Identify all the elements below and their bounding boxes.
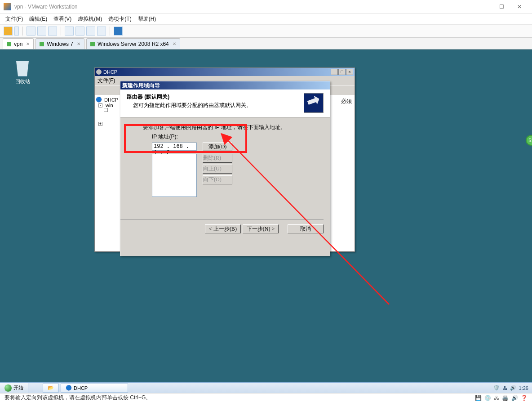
dhcp-window-icon [96,69,102,75]
taskbar-app-dhcp[interactable]: 🔵 DHCP [61,384,128,393]
wizard-header: 路由器 (默认网关) 您可为指定此作用域要分配的路由器或默认网关。 [120,89,330,117]
wizard-heading: 路由器 (默认网关) [127,94,169,100]
toolbar-separator [110,27,110,36]
vmware-logo-icon [4,3,11,10]
menu-help[interactable]: 帮助(H) [138,15,156,23]
vm-running-icon [90,42,95,46]
tree-node-dhcp[interactable]: 🔵 DHCP [96,97,120,103]
dhcp-window-controls: _ □ × [331,69,353,75]
dhcp-close-button[interactable]: × [346,69,353,75]
close-button[interactable]: ✕ [510,0,528,13]
vmware-status-text: 要将输入定向到该虚拟机，请在虚拟机内部单击或按 Ctrl+G。 [4,394,151,402]
vm-tab-label: Windows Server 2008 R2 x64 [98,41,169,47]
move-down-button[interactable]: 向下(O) [203,175,232,184]
start-button[interactable]: 开始 [0,383,28,393]
toolbar-icon-1[interactable] [27,27,35,36]
toolbar-power-icon[interactable] [4,27,13,36]
toolbar-separator [22,27,23,36]
recycle-bin-icon [13,58,31,76]
taskbar-quicklaunch[interactable]: 📂 [43,384,59,393]
vm-tab-win7[interactable]: Windows 7 ✕ [35,38,84,49]
toolbar-icon-6[interactable] [86,27,95,36]
vm-running-icon [40,42,44,46]
dhcp-titlebar[interactable]: DHCP _ □ × [95,68,355,76]
back-button[interactable]: < 上一步(B) [205,224,241,233]
menu-view[interactable]: 查看(V) [53,15,71,23]
dhcp-maximize-button[interactable]: □ [338,69,346,75]
toolbar-icon-4[interactable] [65,27,74,36]
vmware-menubar: 文件(F) 编辑(E) 查看(V) 虚拟机(M) 选项卡(T) 帮助(H) [0,13,532,24]
minimize-button[interactable]: — [474,0,492,13]
system-tray[interactable]: 🛡️ 🖧 🔊 1:26 [490,385,532,391]
status-device-icon[interactable]: 💿 [484,395,491,401]
vm-tabs: vpn ✕ Windows 7 ✕ Windows Server 2008 R2… [0,38,532,49]
dhcp-right-text: 必须 [341,98,352,105]
toolbar-icon-5[interactable] [75,27,84,36]
remove-button[interactable]: 删除(R) [203,154,232,163]
toolbar-icon-2[interactable] [37,27,46,36]
toolbar-separator [61,27,61,36]
tab-close-icon[interactable]: ✕ [77,41,80,46]
tree-node-child[interactable]: - [104,108,120,112]
vm-tab-ws2008[interactable]: Windows Server 2008 R2 x64 ✕ [86,38,180,49]
next-button[interactable]: 下一步(N) > [243,224,279,233]
wizard-footer: < 上一步(B) 下一步(N) > 取消 [120,219,324,233]
vmware-title: vpn - VMware Workstation [14,4,474,10]
tray-icon[interactable]: 🛡️ [493,385,500,391]
dhcp-window-title: DHCP [103,69,331,75]
toolbar-dropdown-icon[interactable] [14,27,19,36]
guest-desktop[interactable]: 回收站 DHCP _ □ × 文件(F) 🔵 DHCP - win - + 必须 [0,49,532,393]
tray-clock[interactable]: 1:26 [519,385,528,391]
status-device-icon[interactable]: 🖨️ [502,395,509,401]
wizard-subheading: 您可为指定此作用域要分配的路由器或默认网关。 [133,102,252,109]
toolbar-icon-3[interactable] [48,27,57,36]
maximize-button[interactable]: ☐ [492,0,510,13]
start-label: 开始 [13,384,23,391]
vm-tab-label: vpn [14,41,22,47]
status-help-icon[interactable]: ❓ [521,395,528,401]
dhcp-minimize-button[interactable]: _ [331,69,338,75]
menu-edit[interactable]: 编辑(E) [29,15,47,23]
recycle-bin-label: 回收站 [9,78,36,85]
toolbar-icon-7[interactable] [97,27,106,36]
vmware-statusbar: 要将输入定向到该虚拟机，请在虚拟机内部单击或按 Ctrl+G。 💾 💿 🖧 🖨️… [0,393,532,402]
tree-node-collapsed[interactable]: + [98,121,120,126]
wizard-header-icon [304,93,324,113]
dhcp-menu-file[interactable]: 文件(F) [98,77,115,85]
menu-tabs[interactable]: 选项卡(T) [108,15,131,23]
status-device-icon[interactable]: 🖧 [494,395,499,401]
wizard-dialog[interactable]: 新建作用域向导 路由器 (默认网关) 您可为指定此作用域要分配的路由器或默认网关… [120,81,330,256]
vmware-toolbar [0,24,532,38]
vm-tab-label: Windows 7 [47,41,73,47]
taskbar-app-label: DHCP [74,385,88,391]
menu-vm[interactable]: 虚拟机(M) [78,15,102,23]
tree-node-label: DHCP [104,97,118,103]
start-orb-icon [4,384,12,392]
vm-tab-vpn[interactable]: vpn ✕ [3,38,34,49]
toolbar-fullscreen-icon[interactable] [114,27,123,36]
annotation-highlight-box [124,124,247,153]
dhcp-tree[interactable]: 🔵 DHCP - win - + [95,95,122,251]
status-device-icon[interactable]: 🔊 [511,395,518,401]
recycle-bin[interactable]: 回收站 [9,58,36,85]
tree-node-server[interactable]: - win [98,103,120,108]
window-controls: — ☐ ✕ [474,0,528,13]
tray-volume-icon[interactable]: 🔊 [510,385,516,391]
vmware-titlebar: vpn - VMware Workstation — ☐ ✕ [0,0,532,13]
cancel-button[interactable]: 取消 [288,224,324,233]
move-up-button[interactable]: 向上(U) [203,165,232,174]
status-device-icon[interactable]: 💾 [475,395,482,401]
tray-network-icon[interactable]: 🖧 [502,385,507,391]
ip-list[interactable] [152,154,197,197]
tree-node-label: win [106,103,113,108]
tab-close-icon[interactable]: ✕ [173,41,176,46]
vm-running-icon [7,42,11,46]
menu-file[interactable]: 文件(F) [5,15,23,23]
wizard-title[interactable]: 新建作用域向导 [120,81,330,89]
guest-taskbar[interactable]: 开始 📂 🔵 DHCP 🛡️ 🖧 🔊 1:26 [0,382,532,393]
tab-close-icon[interactable]: ✕ [26,41,30,46]
